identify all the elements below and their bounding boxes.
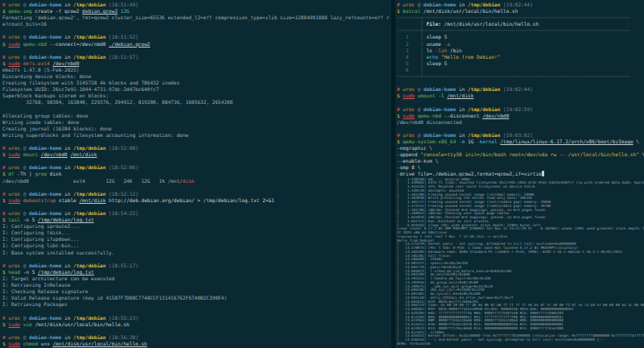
tmux-terminal: # uros @ debian-home in /tmp/debian [18:…	[0, 0, 644, 348]
prompt-host: debian-home	[29, 191, 64, 197]
prompt-cwd: /tmp/debian	[73, 145, 109, 151]
prompt-line: # uros @ debian-home in /tmp/debian [18:…	[2, 145, 391, 151]
prompt-user: uros	[8, 263, 23, 268]
output-line: I: Valid Release signature (key id 41587…	[2, 295, 391, 301]
shell-session: # uros @ debian-home in /tmp/debian [19:…	[397, 2, 644, 178]
output-line: /dev/nbd0 disconnected	[397, 119, 644, 126]
prompt-line: # uros @ debian-home in /tmp/debian [18:…	[2, 54, 391, 60]
prompt-cwd: /tmp/debian	[73, 210, 109, 216]
output-line: --enable-kvm \	[397, 158, 644, 164]
blank-line	[397, 80, 644, 86]
prompt-cwd: /tmp/debian	[73, 315, 109, 321]
prompt-user: uros	[8, 54, 23, 60]
output-line: │ File: /mnt/disk/usr/local/bin/hello.sh	[397, 21, 644, 27]
command-line: $ qemu-img create -f qcow2 debian.qcow2 …	[2, 8, 391, 14]
prompt-user: uros	[8, 210, 23, 216]
output-line: Discarding device blocks: done	[2, 73, 391, 80]
blank-line	[2, 308, 391, 314]
prompt-cwd: /tmp/debian	[468, 86, 503, 92]
output-line: Allocating group tables: done	[2, 113, 391, 119]
prompt-host: debian-home	[29, 54, 64, 60]
command-line: $ sudo vim /mnt/disk/usr/local/bin/hello…	[2, 321, 391, 328]
prompt-cwd: /tmp/debian	[468, 106, 503, 112]
output-line: 2 │ uname -a	[397, 41, 644, 48]
prompt-timestamp: [19:02:44]	[503, 2, 533, 7]
prompt-cwd: /tmp/debian	[468, 132, 503, 138]
prompt-host: debian-home	[423, 106, 459, 112]
output-line: ────────┼───────────────────────────────…	[397, 27, 644, 34]
output-line: -smp 8 \	[397, 164, 644, 171]
blank-line	[2, 158, 391, 164]
output-line: /dev/nbd0 ext4 12G 24K 12G 1% /mnt/disk	[2, 178, 391, 184]
blank-line	[2, 204, 391, 210]
command-line: $ sudo chmod u+x /mnt/disk/usr/local/bin…	[2, 341, 391, 347]
prompt-timestamp: [19:02:44]	[503, 86, 533, 92]
output-line: efcount_bits=16	[2, 21, 391, 27]
output-line: Writing inode tables: done	[2, 119, 391, 126]
prompt-timestamp: [18:52:06]	[109, 164, 138, 170]
command-line: $ sudo mount /dev/nbd0 /mnt/disk	[2, 151, 391, 158]
prompt-cwd: /tmp/debian	[73, 34, 109, 39]
prompt-line: # uros @ debian-home in /tmp/debian [19:…	[397, 2, 644, 8]
output-line: I: Base system installed successfully.	[2, 250, 391, 256]
output-line: 3 │ ls -lah /bin	[397, 48, 644, 54]
qemu-boot-output: [ 1.438268] md: ... autorun DONE.[ 1.439…	[397, 178, 644, 346]
kernel-log-line: QEMU: Terminated	[397, 342, 644, 346]
prompt-cwd: /tmp/debian	[468, 2, 503, 7]
pane-divider[interactable]	[391, 0, 395, 348]
prompt-line: # uros @ debian-home in /tmp/debian [19:…	[397, 106, 644, 113]
prompt-host: debian-home	[423, 132, 459, 138]
prompt-timestamp: [18:52:00]	[109, 145, 138, 151]
output-line: ────────┴───────────────────────────────…	[397, 73, 644, 80]
prompt-host: debian-home	[29, 34, 64, 39]
command-line: $ sudo umount -l /mnt/disk	[397, 93, 644, 99]
blank-line	[2, 27, 391, 34]
output-line: Creating filesystem with 3145728 4k bloc…	[2, 80, 391, 86]
output-line: I: Target architecture can be executed	[2, 276, 391, 282]
terminal-pane-right[interactable]: # uros @ debian-home in /tmp/debian [19:…	[397, 0, 644, 348]
output-line: Writing superblocks and filesystem accou…	[2, 132, 391, 139]
prompt-line: # uros @ debian-home in /tmp/debian [18:…	[2, 34, 391, 40]
prompt-user: uros	[402, 86, 417, 92]
output-line: 1 │ sleep 5	[397, 34, 644, 40]
blank-line	[2, 48, 391, 54]
blank-line	[397, 126, 644, 132]
prompt-timestamp: [18:55:17]	[109, 263, 138, 268]
prompt-host: debian-home	[423, 2, 459, 7]
output-line: Formatting 'debian.qcow2', fmt=qcow2 clu…	[2, 14, 391, 21]
terminal-pane-left[interactable]: # uros @ debian-home in /tmp/debian [18:…	[2, 0, 391, 348]
prompt-timestamp: [18:51:57]	[109, 54, 138, 60]
prompt-host: debian-home	[29, 145, 64, 151]
command-line: $ sudo debootstrap stable /mnt/disk http…	[2, 197, 391, 204]
prompt-host: debian-home	[423, 86, 459, 92]
prompt-timestamp: [18:54:22]	[109, 210, 138, 216]
prompt-line: # uros @ debian-home in /tmp/debian [18:…	[2, 191, 391, 197]
prompt-timestamp: [18:56:38]	[109, 334, 138, 340]
output-line: 5 │ sleep 5	[397, 60, 644, 67]
command-line: $ qemu-system-x86_64 -m 1G -kernel /tmp/…	[397, 139, 644, 145]
blank-line	[2, 328, 391, 334]
prompt-line: # uros @ debian-home in /tmp/debian [18:…	[2, 263, 391, 269]
blank-line	[2, 184, 391, 191]
prompt-cwd: /tmp/debian	[73, 164, 109, 170]
output-line: I: Configuring fdisk...	[2, 230, 391, 236]
prompt-line: # uros @ debian-home in /tmp/debian [19:…	[397, 86, 644, 93]
prompt-timestamp: [18:55:23]	[109, 315, 138, 321]
blank-line	[2, 106, 391, 113]
output-line: 32768, 98304, 163840, 229376, 294912, 81…	[2, 99, 391, 106]
prompt-line: # uros @ debian-home in /tmp/debian [18:…	[2, 164, 391, 171]
prompt-line: # uros @ debian-home in /tmp/debian [18:…	[2, 315, 391, 321]
command-line: $ df -Th | grep disk	[2, 171, 391, 177]
prompt-user: uros	[8, 34, 23, 39]
output-line: Creating journal (16384 blocks): done	[2, 126, 391, 132]
prompt-cwd: /tmp/debian	[73, 263, 109, 268]
output-line: 6 │	[397, 67, 644, 73]
output-line: I: Retrieving Packages	[2, 301, 391, 308]
prompt-host: debian-home	[29, 315, 64, 321]
output-line: I: Retrieving InRelease	[2, 282, 391, 288]
command-line: $ tail -n 5 /tmp/debian/log.txt	[2, 217, 391, 223]
prompt-timestamp: [18:52:12]	[109, 191, 138, 197]
command-line: $ sudo mkfs.ext4 /dev/nbd0	[2, 60, 391, 67]
prompt-line: # uros @ debian-home in /tmp/debian [18:…	[2, 2, 391, 8]
prompt-user: uros	[8, 145, 23, 151]
